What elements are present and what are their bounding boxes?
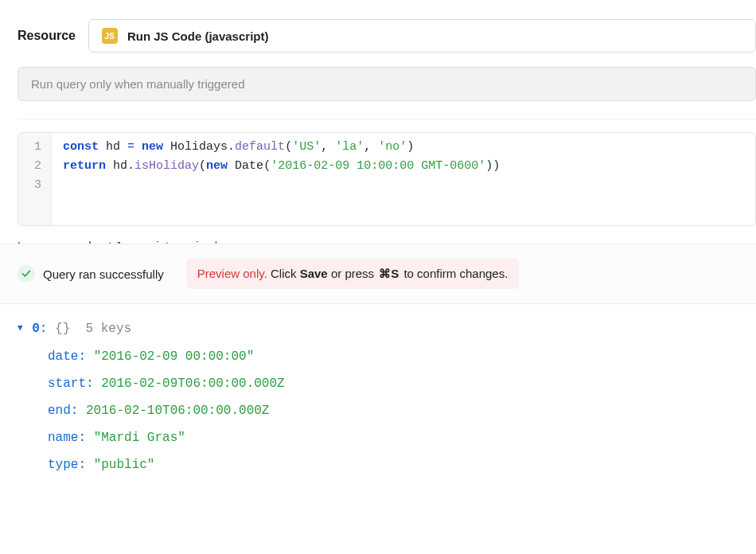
result-key: date:: [48, 349, 86, 364]
divider: [18, 119, 756, 119]
result-property-row[interactable]: date: "2016-02-09 00:00:00": [18, 343, 756, 370]
disclosure-triangle-icon[interactable]: ▼: [18, 314, 23, 341]
line-number: 3: [34, 176, 41, 195]
save-hint: Click Save or press ⌘S to confirm change…: [271, 267, 508, 280]
line-number-gutter: 1 2 3: [18, 133, 52, 225]
preview-warning: Preview only. Click Save or press ⌘S to …: [186, 259, 520, 289]
success-check-icon: [18, 265, 35, 283]
code-area[interactable]: const hd = new Holidays.default('US', 'l…: [52, 133, 511, 225]
js-icon: JS: [102, 28, 118, 44]
trigger-mode-value: Run query only when manually triggered: [31, 77, 244, 91]
result-index: 0: [32, 322, 40, 336]
result-key: type:: [48, 458, 86, 472]
status-bar: Query ran successfully Preview only. Cli…: [0, 244, 756, 304]
line-number: 2: [34, 157, 41, 176]
line-number: 1: [34, 138, 41, 157]
result-value: "Mardi Gras": [94, 431, 185, 445]
resource-select-value: Run JS Code (javascript): [127, 29, 269, 43]
result-value: 2016-02-10T06:00:00.000Z: [86, 404, 269, 418]
result-property-row[interactable]: start: 2016-02-09T06:00:00.000Z: [18, 370, 756, 397]
status-message: Query ran successfully: [43, 267, 164, 281]
result-value: "public": [94, 458, 155, 472]
trigger-mode-select[interactable]: Run query only when manually triggered: [18, 67, 756, 101]
result-key: name:: [48, 431, 86, 445]
result-value: "2016-02-09 00:00:00": [94, 349, 255, 364]
result-value: 2016-02-09T06:00:00.000Z: [101, 376, 284, 391]
result-root-row[interactable]: ▼ 0: {} 5 keys: [18, 315, 756, 343]
result-property-row[interactable]: type: "public": [18, 451, 756, 478]
resource-row: Resource JS Run JS Code (javascript): [0, 0, 756, 67]
preview-only-label: Preview only.: [197, 267, 267, 280]
result-property-row[interactable]: name: "Mardi Gras": [18, 424, 756, 451]
resource-select[interactable]: JS Run JS Code (javascript): [88, 19, 756, 53]
result-property-row[interactable]: end: 2016-02-10T06:00:00.000Z: [18, 397, 756, 424]
learn-more-link[interactable]: here: [215, 239, 239, 244]
trigger-row: Run query only when manually triggered: [0, 67, 756, 101]
result-keys-count: 5 keys: [85, 322, 131, 336]
result-key: end:: [48, 404, 78, 418]
code-editor[interactable]: 1 2 3 const hd = new Holidays.default('U…: [18, 132, 756, 226]
result-key: start:: [48, 376, 94, 391]
result-braces: {}: [55, 322, 70, 336]
resource-label: Resource: [18, 29, 76, 43]
result-inspector: ▼ 0: {} 5 keys date: "2016-02-09 00:00:0…: [0, 304, 756, 478]
shortcut-key: ⌘S: [379, 267, 399, 281]
